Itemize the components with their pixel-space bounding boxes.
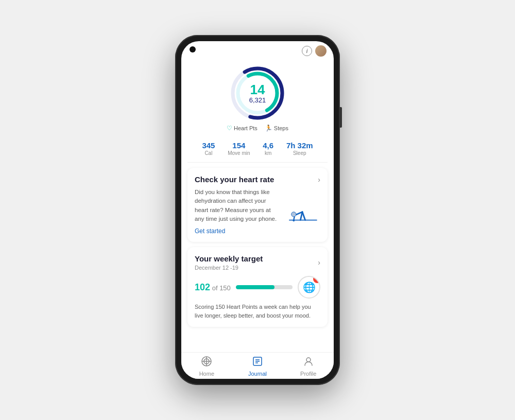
weekly-target-card[interactable]: Your weekly target December 12 -19 › 102… — [187, 247, 328, 327]
svg-point-9 — [291, 212, 296, 217]
steps-value: 6,321 — [249, 96, 266, 104]
who-globe-icon: 🌐 — [303, 281, 316, 293]
svg-point-19 — [306, 358, 311, 362]
nav-home[interactable]: Home — [181, 356, 232, 377]
card-header: Check your heart rate › — [195, 175, 320, 184]
steps-icon: 🏃 — [265, 125, 272, 132]
home-label: Home — [199, 371, 214, 377]
stat-move: 154 Move min — [228, 141, 250, 156]
heart-rate-card[interactable]: Check your heart rate › Did you know tha… — [187, 168, 328, 242]
phone-frame: i 14 — [175, 35, 340, 385]
card-title: Check your heart rate — [195, 175, 274, 184]
heart-card-desc: Did you know that things like dehydratio… — [195, 188, 280, 223]
info-icon[interactable]: i — [302, 46, 312, 56]
stat-cal-value: 345 — [202, 141, 215, 150]
weekly-title-group: Your weekly target December 12 -19 — [195, 254, 263, 271]
user-avatar[interactable] — [315, 45, 327, 57]
bottom-nav: Home Journal — [181, 352, 334, 379]
weekly-date: December 12 -19 — [195, 265, 263, 271]
who-plus-icon: + — [313, 276, 320, 283]
ring-center: 14 6,321 — [249, 83, 266, 104]
who-badge: 🌐 + — [298, 276, 320, 299]
heart-pts-value: 14 — [249, 83, 266, 96]
svg-line-6 — [302, 212, 305, 220]
nav-journal[interactable]: Journal — [232, 356, 283, 377]
nav-profile[interactable]: Profile — [283, 356, 334, 377]
stats-row: 345 Cal 154 Move min 4,6 km 7h 32m Sleep — [187, 136, 328, 163]
heart-rate-illustration — [284, 188, 320, 224]
stat-km: 4,6 km — [263, 141, 273, 156]
stat-cal: 345 Cal — [202, 141, 215, 156]
weekly-title: Your weekly target — [195, 254, 263, 263]
ring-container[interactable]: 14 6,321 — [229, 65, 286, 121]
heart-card-text: Did you know that things like dehydratio… — [195, 188, 280, 235]
progress-bar — [236, 285, 293, 289]
camera-hole — [190, 46, 196, 52]
stat-move-label: Move min — [228, 150, 250, 156]
journal-label: Journal — [248, 371, 267, 377]
heart-icon: ♡ — [227, 125, 232, 132]
stat-sleep-label: Sleep — [286, 150, 313, 156]
stat-km-value: 4,6 — [263, 141, 273, 150]
weekly-score: 102 of 150 — [195, 282, 231, 293]
steps-legend: 🏃 Steps — [265, 125, 288, 132]
ring-section: 14 6,321 ♡ Heart Pts 🏃 Steps — [181, 60, 334, 136]
get-started-link[interactable]: Get started — [195, 227, 280, 235]
weekly-desc: Scoring 150 Heart Points a week can help… — [195, 303, 320, 320]
weekly-chevron-icon: › — [318, 258, 320, 267]
stat-sleep-value: 7h 32m — [286, 141, 313, 150]
journal-icon — [252, 356, 263, 370]
weekly-score-total: of 150 — [210, 284, 231, 292]
steps-label: Steps — [274, 125, 288, 131]
scroll-content: 14 6,321 ♡ Heart Pts 🏃 Steps — [181, 41, 334, 352]
heart-pts-legend: ♡ Heart Pts — [227, 125, 258, 132]
profile-label: Profile — [300, 371, 316, 377]
stat-cal-label: Cal — [202, 150, 215, 156]
progress-bar-fill — [236, 285, 274, 289]
home-icon — [201, 356, 212, 370]
heart-card-body: Did you know that things like dehydratio… — [195, 188, 320, 235]
weekly-progress-row: 102 of 150 🌐 + — [195, 276, 320, 299]
chevron-right-icon: › — [318, 176, 320, 184]
stat-move-value: 154 — [228, 141, 250, 150]
heart-pts-label: Heart Pts — [234, 125, 258, 131]
svg-point-10 — [293, 220, 295, 222]
phone-screen: i 14 — [181, 41, 334, 379]
weekly-card-header: Your weekly target December 12 -19 › — [195, 254, 320, 271]
profile-icon — [303, 356, 314, 370]
power-button — [340, 107, 342, 128]
top-icons: i — [302, 45, 327, 57]
stat-km-label: km — [263, 150, 273, 156]
stat-sleep: 7h 32m Sleep — [286, 141, 313, 156]
ring-legend: ♡ Heart Pts 🏃 Steps — [227, 125, 288, 132]
